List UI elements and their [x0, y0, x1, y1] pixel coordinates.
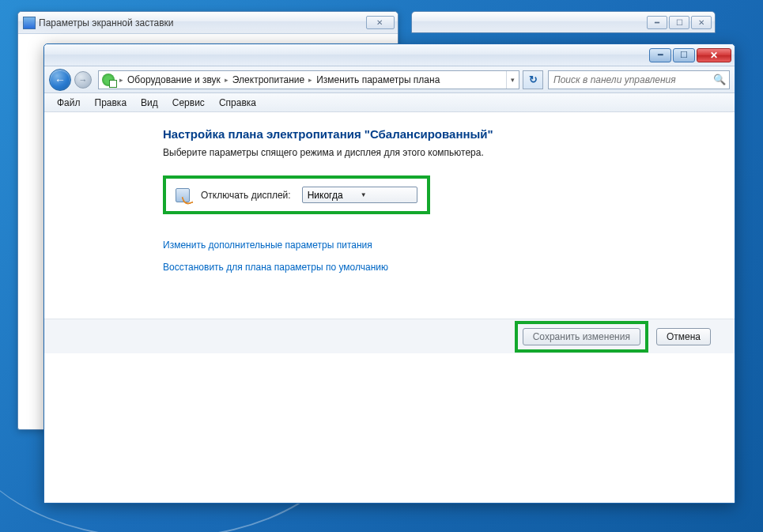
navigation-bar: ← → ▸ Оборудование и звук ▸ Электропитан… [44, 66, 735, 93]
content-area: Настройка плана электропитания "Сбаланси… [44, 113, 735, 503]
chevron-down-icon: ▼ [361, 191, 414, 198]
window-caption-bar[interactable]: ━ ☐ ✕ [44, 44, 735, 66]
address-bar[interactable]: ▸ Оборудование и звук ▸ Электропитание ▸… [98, 70, 519, 89]
menu-edit[interactable]: Правка [89, 96, 134, 110]
save-button[interactable]: Сохранить изменения [523, 328, 640, 345]
menu-service[interactable]: Сервис [166, 96, 211, 110]
background-parent-window-caption: ━ ☐ ✕ [411, 11, 716, 33]
refresh-icon: ↻ [529, 74, 538, 85]
link-restore-defaults[interactable]: Восстановить для плана параметры по умол… [163, 262, 703, 273]
maximize-button[interactable]: ☐ [673, 48, 695, 62]
menu-view[interactable]: Вид [134, 96, 164, 110]
minimize-button[interactable]: ━ [649, 48, 671, 62]
power-plan-settings-window: ━ ☐ ✕ ← → ▸ Оборудование и звук ▸ Электр… [43, 43, 735, 504]
bg-minimize-button[interactable]: ━ [647, 16, 667, 29]
address-dropdown-button[interactable]: ▾ [506, 71, 519, 89]
search-input[interactable] [552, 74, 713, 86]
control-panel-icon [102, 74, 115, 86]
bg-titlebar[interactable]: Параметры экранной заставки ✕ [18, 12, 398, 34]
separator-icon: ▸ [118, 76, 125, 84]
combo-selected-value: Никогда [308, 190, 361, 201]
separator-icon: ▸ [307, 76, 314, 84]
close-button[interactable]: ✕ [697, 48, 731, 62]
forward-button[interactable]: → [74, 71, 92, 89]
turn-off-display-label: Отключать дисплей: [201, 190, 291, 201]
separator-icon: ▸ [223, 76, 230, 84]
search-box[interactable]: 🔍 [548, 70, 730, 89]
highlight-display-setting: Отключать дисплей: Никогда ▼ [163, 175, 430, 214]
bg-maximize-button[interactable]: ☐ [669, 16, 689, 29]
arrow-left-icon: ← [55, 74, 66, 86]
breadcrumb-hardware-sound[interactable]: Оборудование и звук [125, 74, 223, 85]
refresh-button[interactable]: ↻ [523, 70, 543, 89]
breadcrumb-power-options[interactable]: Электропитание [230, 74, 307, 85]
footer-button-bar: Сохранить изменения Отмена [44, 319, 735, 353]
cancel-button[interactable]: Отмена [656, 328, 711, 345]
link-advanced-power-settings[interactable]: Изменить дополнительные параметры питани… [163, 240, 703, 251]
search-icon[interactable]: 🔍 [713, 74, 726, 85]
page-subtitle: Выберите параметры спящего режима и дисп… [163, 147, 703, 158]
breadcrumb-edit-plan[interactable]: Изменить параметры плана [314, 74, 442, 85]
menu-help[interactable]: Справка [213, 96, 263, 110]
highlight-save-button: Сохранить изменения [515, 321, 648, 353]
bg-close-x-button[interactable]: ✕ [691, 16, 712, 29]
bg-window-title: Параметры экранной заставки [39, 17, 366, 28]
page-title: Настройка плана электропитания "Сбаланси… [163, 127, 703, 141]
menu-bar: Файл Правка Вид Сервис Справка [44, 93, 735, 112]
display-timeout-icon [176, 188, 190, 202]
back-button[interactable]: ← [49, 69, 71, 91]
screensaver-icon [23, 17, 36, 29]
arrow-right-icon: → [79, 75, 88, 85]
bg-close-button[interactable]: ✕ [366, 16, 395, 29]
menu-file[interactable]: Файл [51, 96, 87, 110]
turn-off-display-combo[interactable]: Никогда ▼ [302, 187, 417, 203]
